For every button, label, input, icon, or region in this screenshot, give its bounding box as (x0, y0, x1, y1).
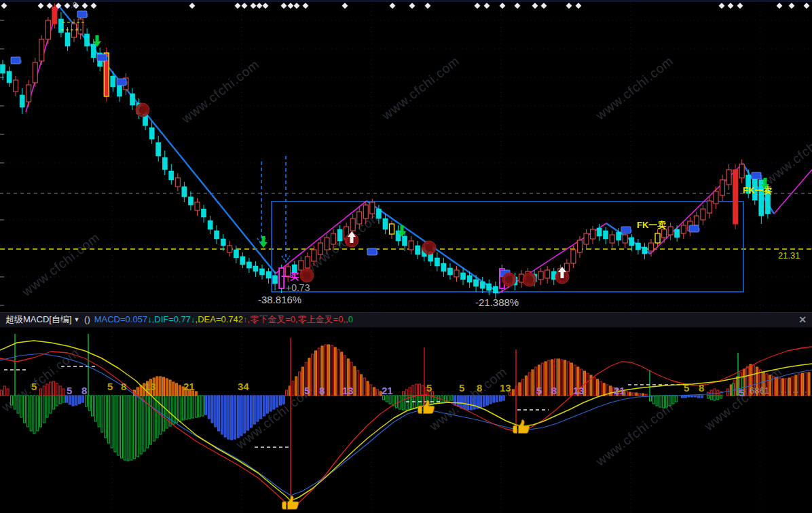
macd-bar (496, 396, 498, 402)
macd-bar (3, 386, 5, 396)
macd-bar (357, 370, 359, 396)
macd-bar (153, 396, 155, 441)
macd-bar (247, 396, 249, 430)
diamond-marker (804, 3, 810, 9)
candle (454, 270, 459, 277)
macd-bar (389, 396, 391, 404)
candle (117, 85, 122, 96)
macd-bar (557, 359, 559, 396)
macd-bar (548, 360, 550, 396)
candle (246, 262, 251, 268)
candle (331, 233, 336, 244)
macd-bar (40, 389, 42, 396)
fib-count-label: 13 (145, 381, 156, 392)
candle (604, 231, 608, 239)
macd-bar (244, 396, 246, 433)
diamond-marker (390, 3, 396, 9)
macd-bar (37, 396, 39, 431)
macd-bar (176, 383, 178, 396)
macd-bar (376, 390, 378, 396)
candle (403, 236, 407, 246)
macd-bar (418, 384, 420, 396)
candle (260, 269, 265, 275)
candle (26, 85, 31, 102)
macd-bar (124, 396, 126, 460)
macd-bar (720, 396, 722, 398)
macd-bar (363, 378, 365, 396)
indicator-title[interactable]: 超级MACD[自编] (5, 314, 72, 324)
price-level-label: 21.31 (778, 251, 800, 260)
macd-bar (695, 396, 697, 397)
candle (188, 197, 193, 205)
macd-bar (561, 360, 563, 396)
macd-bar (134, 396, 136, 459)
macd-bar (396, 396, 398, 408)
macd-bar (626, 392, 628, 396)
close-icon[interactable]: ✕ (798, 313, 807, 326)
fib-count-label: 5 (31, 381, 37, 392)
macd-bar (328, 345, 330, 396)
macd-bar (1, 390, 3, 396)
macd-bar (26, 396, 29, 427)
macd-bar (360, 375, 362, 396)
red-circle-inner (139, 107, 147, 114)
candle (65, 33, 70, 46)
macd-bar (769, 375, 771, 396)
macd-bar (130, 396, 132, 460)
candle (435, 258, 439, 266)
macd-bar (172, 382, 174, 396)
macd-bar (779, 378, 781, 396)
macd-bar (301, 367, 303, 396)
macd-bar (717, 396, 719, 400)
macd-bar (121, 396, 123, 458)
macd-bar (69, 396, 71, 404)
macd-bar (473, 396, 475, 409)
macd-bar (447, 396, 449, 401)
candle (240, 256, 245, 265)
diamond-marker (475, 3, 481, 9)
price-chart (0, 0, 812, 312)
macd-bar (92, 396, 94, 416)
blue-box-marker (117, 79, 126, 86)
macd-bar (211, 396, 213, 423)
candle (111, 76, 115, 87)
macd-bar (710, 390, 712, 396)
bar-count-label: 6861 (750, 386, 769, 395)
retracement-label-2: -21.388% (475, 297, 519, 307)
indicator-values: MACD=0.057↓,DIF=0.77↓,DEA=0.742↑,零下金叉=0,… (94, 314, 353, 324)
candle (629, 238, 634, 246)
macd-bar (253, 396, 255, 424)
diamond-marker (38, 3, 44, 9)
fib-count-label: 13 (573, 385, 585, 396)
macd-bar (205, 396, 207, 415)
candle (461, 273, 466, 280)
candle (7, 71, 12, 83)
macd-bar (545, 362, 547, 396)
fib-count-label: 8 (551, 385, 557, 396)
candle (675, 229, 680, 238)
macd-bar (798, 374, 800, 396)
chevron-down-icon[interactable]: ▼ (72, 316, 82, 323)
macd-bar (72, 396, 74, 406)
macd-bar (66, 396, 68, 402)
macd-bar (276, 396, 278, 407)
macd-bar (7, 389, 9, 396)
macd-bar (114, 396, 116, 452)
candle (91, 44, 96, 58)
candle (441, 263, 446, 271)
macd-bar (603, 383, 605, 396)
candle (739, 164, 744, 178)
macd-bar (185, 396, 187, 419)
macd-bar (528, 373, 530, 396)
macd-bar (786, 379, 788, 396)
candle (149, 128, 154, 139)
fib-count-label: 8 (81, 385, 87, 396)
macd-bar (30, 396, 32, 431)
macd-bar (532, 370, 534, 396)
macd-bar (56, 396, 58, 406)
macd-bar (40, 396, 42, 427)
blue-box-marker (621, 227, 631, 233)
macd-bar (522, 379, 524, 396)
candle (72, 24, 77, 37)
macd-bar (43, 386, 45, 396)
